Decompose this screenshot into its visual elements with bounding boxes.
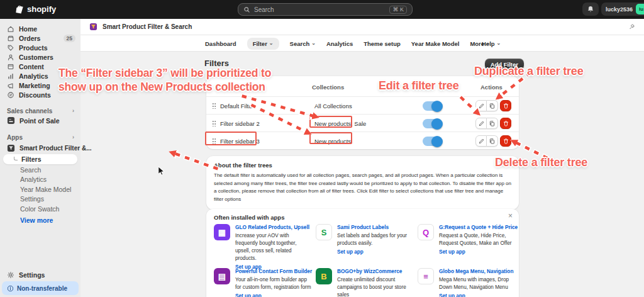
sidebar-item-orders[interactable]: Orders 25 — [0, 33, 80, 43]
delete-filter-button[interactable] — [500, 135, 511, 147]
edit-filter-button[interactable] — [475, 100, 487, 111]
add-filter-button[interactable]: Add Filter — [485, 59, 524, 70]
sidebar-item-settings[interactable]: Settings — [0, 270, 80, 279]
search-input[interactable] — [254, 6, 386, 13]
sidebar-item-analytics[interactable]: Analytics — [0, 71, 80, 81]
tab-year-make-model[interactable]: Year Make Model — [411, 40, 460, 47]
chevron-down-icon: ⌄ — [311, 40, 316, 46]
drag-handle-icon[interactable] — [212, 120, 216, 126]
app-description: Increase your AOV with frequently bought… — [235, 232, 312, 262]
notifications-button[interactable] — [582, 3, 599, 16]
sales-channels-header[interactable]: Sales channels › — [0, 106, 80, 115]
pencil-icon — [478, 103, 485, 109]
enable-toggle[interactable] — [423, 119, 441, 128]
sidebar-item-year-make-model[interactable]: Year Make Model — [0, 184, 80, 194]
app-description: Set labels and badges for your products … — [337, 232, 414, 247]
non-transferable-banner: Non-transferable — [2, 281, 79, 295]
often-installed-title: Often installed with apps — [214, 214, 511, 221]
app-title: Smart Product Filter & Search — [103, 23, 192, 30]
filter-collections: , Sale — [351, 120, 366, 127]
point-of-sale-icon — [7, 116, 15, 125]
tab-filter[interactable]: Filter⌄ — [247, 38, 279, 50]
tab-help[interactable]: Help⌄ — [482, 40, 501, 47]
app-name-link[interactable]: Globo Mega Menu, Navigation — [439, 268, 516, 274]
pin-icon[interactable] — [628, 23, 635, 31]
set-up-app-link[interactable]: Set up app — [235, 293, 312, 297]
set-up-app-link[interactable]: Set up app — [439, 293, 516, 297]
tab-theme-setup[interactable]: Theme setup — [364, 40, 401, 47]
app-name-link[interactable]: BOGO+by WizzCommerce — [337, 268, 414, 274]
app-name-link[interactable]: GLO Related Products, Upsell — [235, 224, 312, 230]
sidebar-item-customers[interactable]: Customers — [0, 52, 80, 62]
drag-handle-icon[interactable] — [212, 138, 216, 144]
analytics-icon — [7, 72, 14, 80]
global-search[interactable]: ⌘ K — [238, 3, 413, 16]
sidebar-item-app-analytics[interactable]: Analytics — [0, 175, 80, 185]
pencil-icon — [478, 120, 485, 127]
filter-collections-highlighted: New products — [314, 138, 351, 145]
set-up-app-link[interactable]: Set up app — [439, 249, 516, 255]
user-menu[interactable]: lucky2536 lu — [601, 3, 644, 16]
sidebar-item-smart-product-filter[interactable]: Smart Product Filter &... — [0, 143, 80, 154]
content-icon — [7, 63, 14, 70]
app-description: Create unlimited discount campaigns to b… — [337, 276, 414, 297]
shopify-logo[interactable]: shopify — [15, 4, 56, 14]
sidebar-item-point-of-sale[interactable]: Point of Sale — [0, 115, 80, 126]
sidebar-item-search[interactable]: Search — [0, 165, 80, 175]
duplicate-filter-button[interactable] — [487, 135, 498, 147]
table-row-filter-sidebar-3: Filter sidebar 3 New products — [206, 132, 519, 149]
about-title: About the filter trees — [214, 162, 511, 169]
apps-header[interactable]: Apps › — [0, 133, 80, 142]
duplicate-filter-button[interactable] — [487, 100, 498, 111]
page-title: Filters — [204, 59, 229, 68]
sidebar-item-content[interactable]: Content — [0, 62, 80, 71]
tab-search[interactable]: Search⌄ — [290, 40, 316, 47]
avatar: lu — [636, 4, 644, 14]
app-suggestion-card: ▦ GLO Related Products, Upsell Increase … — [214, 224, 316, 270]
close-icon[interactable]: × — [508, 212, 513, 220]
tab-dashboard[interactable]: Dashboard — [205, 40, 236, 47]
orders-icon — [7, 35, 14, 42]
app-description: Request a Quote, Hide Price, Request Quo… — [439, 232, 516, 247]
sidebar-item-label: Products — [19, 44, 48, 52]
app-description: Mega Menu with images, Drop Down Menu, N… — [439, 276, 516, 291]
sidebar-item-label: Settings — [19, 271, 45, 279]
sidebar-item-filters-active[interactable]: Filters — [3, 154, 77, 164]
filters-table-card: Collections Actions Default Filter All C… — [206, 76, 519, 149]
sidebar-item-marketing[interactable]: Marketing — [0, 81, 80, 90]
set-up-app-link[interactable]: Set up app — [337, 249, 414, 255]
app-name-link[interactable]: G:Request a Quote + Hide Price — [439, 224, 516, 230]
sidebar-item-label: Content — [19, 63, 44, 70]
delete-filter-button[interactable] — [500, 100, 511, 111]
app-description: Your all-in-one form builder app for cus… — [235, 276, 312, 291]
sidebar: Home Orders 25 Products Customers Conten… — [0, 19, 80, 297]
edit-filter-button[interactable] — [475, 135, 487, 147]
contact-form-builder-icon: ▤ — [214, 268, 230, 284]
chevron-right-icon: › — [72, 134, 74, 140]
app-name-link[interactable]: Powerful Contact Form Builder — [235, 268, 312, 274]
duplicate-filter-button[interactable] — [487, 118, 498, 129]
sidebar-item-discounts[interactable]: Discounts — [0, 90, 80, 99]
sidebar-item-color-swatch[interactable]: Color Swatch — [0, 204, 80, 214]
drag-handle-icon[interactable] — [212, 103, 216, 109]
column-header-collections: Collections — [312, 84, 344, 91]
sidebar-item-label: Marketing — [19, 82, 50, 89]
sidebar-item-products[interactable]: Products — [0, 43, 80, 52]
sidebar-item-label: Home — [19, 25, 37, 33]
shopify-bag-icon — [15, 4, 24, 14]
sidebar-item-home[interactable]: Home — [0, 24, 80, 33]
view-more-link[interactable]: View more — [0, 215, 80, 225]
tab-analytics[interactable]: Analytics — [326, 40, 353, 47]
sidebar-item-label: Orders — [19, 35, 40, 42]
search-icon — [243, 6, 250, 13]
app-suggestion-card: Q G:Request a Quote + Hide Price Request… — [418, 224, 519, 270]
app-name-link[interactable]: Sami Product Labels — [337, 224, 414, 230]
filter-name: Default Filter — [220, 103, 254, 109]
enable-toggle[interactable] — [423, 101, 441, 111]
top-bar: shopify ⌘ K lucky2536 lu — [0, 0, 644, 19]
bogo-wizzcommerce-icon: B — [316, 268, 332, 284]
sidebar-item-app-settings[interactable]: Settings — [0, 194, 80, 205]
delete-filter-button[interactable] — [500, 118, 511, 129]
enable-toggle[interactable] — [423, 137, 441, 146]
edit-filter-button[interactable] — [475, 118, 487, 129]
